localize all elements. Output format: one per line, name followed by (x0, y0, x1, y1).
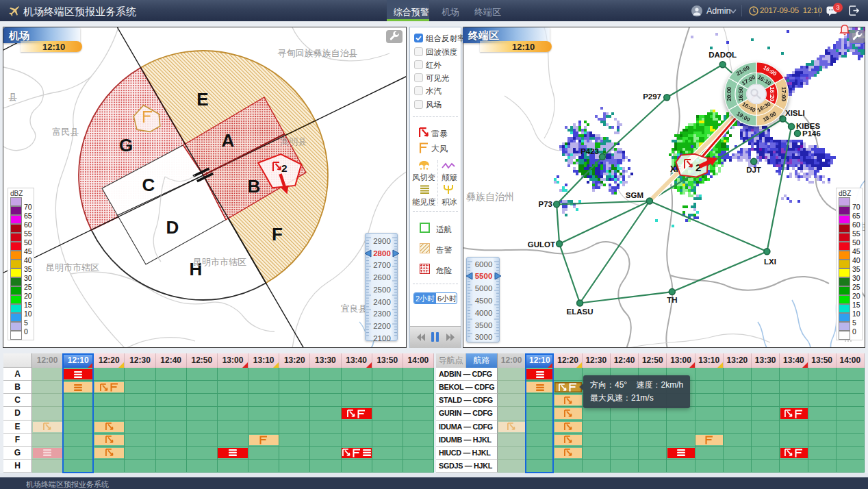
svg-text:TH: TH (667, 296, 677, 304)
svg-text:寻甸回族彝族自治县: 寻甸回族彝族自治县 (278, 48, 358, 58)
svg-text:F: F (272, 224, 283, 244)
svg-text:SGM: SGM (626, 191, 643, 199)
svg-text:17:00: 17:00 (780, 87, 787, 101)
svg-text:P423: P423 (580, 147, 599, 155)
svg-text:ELASU: ELASU (567, 308, 593, 316)
svg-text:A: A (222, 130, 235, 151)
svg-text:D: D (166, 217, 179, 238)
svg-text:XISLI: XISLI (785, 109, 805, 117)
svg-text:LXI: LXI (764, 258, 776, 266)
svg-text:昆明市市辖区: 昆明市市辖区 (46, 262, 99, 273)
svg-text:昆明市市辖区: 昆明市市辖区 (193, 257, 246, 267)
svg-text:16:50: 16:50 (738, 86, 744, 101)
svg-text:县: 县 (9, 92, 18, 102)
svg-text:20:00: 20:00 (726, 86, 732, 101)
svg-text:E: E (196, 89, 208, 110)
svg-text:宜良县: 宜良县 (341, 303, 368, 314)
svg-text:P146: P146 (802, 129, 821, 138)
svg-text:C: C (142, 175, 155, 195)
svg-text:G: G (119, 135, 133, 155)
svg-text:DJT: DJT (746, 166, 761, 174)
svg-text:富民县: 富民县 (53, 127, 79, 137)
svg-text:16:20: 16:20 (769, 87, 775, 101)
svg-text:2: 2 (281, 162, 288, 174)
svg-text:DADOL: DADOL (709, 51, 737, 59)
svg-text:B: B (248, 176, 261, 197)
svg-text:嵩明县: 嵩明县 (281, 136, 307, 147)
svg-text:P297: P297 (643, 92, 661, 101)
svg-text:P73: P73 (539, 200, 552, 208)
svg-text:GULOT: GULOT (528, 240, 555, 249)
svg-text:彝族自治州: 彝族自治州 (466, 191, 514, 202)
